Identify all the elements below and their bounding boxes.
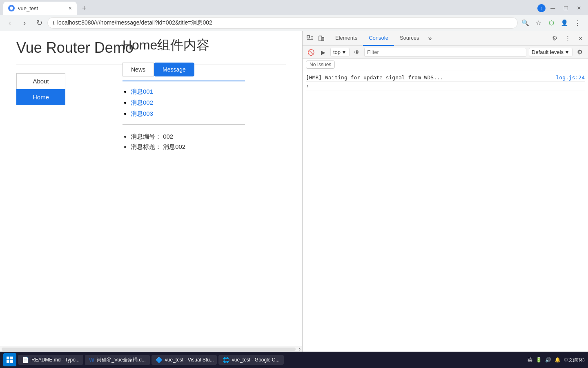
message-link-001[interactable]: 消息001 xyxy=(131,88,153,95)
default-levels-select[interactable]: Default levels ▼ xyxy=(529,48,572,56)
browser-tab[interactable]: vue_test × xyxy=(3,2,77,15)
main-layout: Vue Router Demo About Home Home组件内容 News… xyxy=(0,31,588,368)
taskbar-item-vs[interactable]: 🔷 vue_test - Visual Stu... xyxy=(151,355,217,365)
tab-favicon xyxy=(8,5,15,11)
message-detail: 消息编号： 002 消息标题： 消息002 xyxy=(122,133,245,151)
console-message-text: [HMR] Waiting for update signal from WDS… xyxy=(306,74,553,81)
taskbar-item-chrome-label: vue_test - Google C... xyxy=(232,357,280,363)
scrollbar-area: › xyxy=(0,346,302,352)
start-button[interactable] xyxy=(3,353,16,366)
eye-icon[interactable]: 👁 xyxy=(352,47,362,57)
profile-icon[interactable]: 👤 xyxy=(559,17,570,29)
horizontal-scrollbar[interactable] xyxy=(2,348,296,351)
detail-id-label: 消息编号： xyxy=(131,133,161,140)
search-icon[interactable]: 🔍 xyxy=(519,17,531,29)
taskbar-volume-icon: 🔊 xyxy=(545,357,551,363)
svg-rect-4 xyxy=(319,36,322,41)
minimize-button[interactable]: ─ xyxy=(547,2,559,14)
address-bar-actions: 🔍 ☆ ⬡ 👤 ⋮ xyxy=(519,17,585,29)
detail-title-label: 消息标题： xyxy=(131,143,161,150)
detail-id: 消息编号： 002 xyxy=(131,133,245,141)
detail-title-value: 消息002 xyxy=(163,143,185,150)
taskbar-time: 中文(简体) xyxy=(564,357,585,363)
detail-divider xyxy=(122,124,245,125)
home-component: Home组件内容 News Message 消息001 消息002 消息003 xyxy=(122,36,245,153)
svg-rect-8 xyxy=(7,360,9,363)
console-entry: [HMR] Waiting for update signal from WDS… xyxy=(306,74,585,82)
console-filter-input[interactable] xyxy=(364,48,526,57)
new-tab-button[interactable]: + xyxy=(78,2,90,14)
taskbar-notification-icon: 🔔 xyxy=(555,357,561,363)
maximize-button[interactable]: □ xyxy=(560,2,572,14)
chrome-icon: 🌐 xyxy=(223,357,229,363)
detail-id-value: 002 xyxy=(163,133,173,140)
address-bar-row: ‹ › ↻ ℹ localhost:8080/#/home/message/de… xyxy=(0,15,588,31)
devtools-tabs: Elements Console Sources » ⚙ ⋮ × xyxy=(303,31,588,46)
console-settings-icon[interactable]: ⚙ xyxy=(575,47,585,57)
vs-icon: 🔷 xyxy=(156,357,163,363)
sub-nav: News Message xyxy=(122,63,245,76)
reload-button[interactable]: ↻ xyxy=(33,16,46,29)
top-label: top xyxy=(333,49,341,55)
top-context-select[interactable]: top ▼ xyxy=(330,48,350,56)
lock-icon: ℹ xyxy=(53,20,55,26)
detail-title: 消息标题： 消息002 xyxy=(131,143,245,151)
home-heading: Home组件内容 xyxy=(122,36,245,54)
menu-icon[interactable]: ⋮ xyxy=(572,17,583,29)
taskbar-item-word[interactable]: W 尚硅谷_Vue全家桶.d... xyxy=(85,355,150,365)
list-item: 消息002 xyxy=(131,99,245,107)
word-icon: W xyxy=(89,357,94,363)
taskbar-item-readme[interactable]: 📄 README.md - Typo... xyxy=(18,355,83,365)
taskbar-battery-icon: 🔋 xyxy=(536,357,542,363)
message-list: 消息001 消息002 消息003 xyxy=(122,88,245,118)
list-item: 消息003 xyxy=(131,110,245,118)
browser-page: Vue Router Demo About Home Home组件内容 News… xyxy=(0,31,302,368)
devtools-settings-icon[interactable]: ⚙ xyxy=(549,33,560,44)
device-toolbar-icon[interactable] xyxy=(316,33,327,44)
tab-console[interactable]: Console xyxy=(363,31,394,46)
tab-title: vue_test xyxy=(18,5,65,11)
content-area: About Home Home组件内容 News Message 消息001 xyxy=(16,73,286,153)
console-source-link[interactable]: log.js:24 xyxy=(556,74,585,81)
devtools-toolbar: 🚫 ▶ top ▼ 👁 Default levels ▼ ⚙ xyxy=(303,46,588,59)
clear-console-icon[interactable]: 🚫 xyxy=(306,47,316,57)
svg-rect-6 xyxy=(7,357,9,359)
svg-rect-9 xyxy=(10,360,13,363)
devtools-more-tabs[interactable]: » xyxy=(425,35,435,42)
no-issues-badge[interactable]: No Issues xyxy=(306,61,335,69)
close-devtools-button[interactable]: × xyxy=(575,33,586,44)
bookmark-icon[interactable]: ☆ xyxy=(532,17,544,29)
taskbar-right: 英 🔋 🔊 🔔 中文(简体) xyxy=(528,357,585,364)
taskbar-item-chrome[interactable]: 🌐 vue_test - Google C... xyxy=(218,355,284,365)
close-window-button[interactable]: × xyxy=(573,2,585,14)
svg-rect-7 xyxy=(10,357,13,359)
devtools-more-options[interactable]: ⋮ xyxy=(562,33,573,44)
back-button[interactable]: ‹ xyxy=(3,16,16,29)
close-tab-button[interactable]: × xyxy=(69,5,72,11)
taskbar-clock: 中文(简体) xyxy=(564,357,585,363)
list-item: 消息001 xyxy=(131,88,245,96)
execute-script-icon[interactable]: ▶ xyxy=(318,47,328,57)
taskbar-ime: 英 xyxy=(528,357,532,364)
tab-sources[interactable]: Sources xyxy=(394,31,425,46)
console-expand-entry: › xyxy=(306,82,585,90)
top-dropdown-icon: ▼ xyxy=(341,49,347,55)
url-text: localhost:8080/#/home/message/detail?id=… xyxy=(57,19,512,27)
readme-icon: 📄 xyxy=(22,357,29,363)
taskbar: 📄 README.md - Typo... W 尚硅谷_Vue全家桶.d... … xyxy=(0,352,588,368)
scroll-right-arrow[interactable]: › xyxy=(297,346,302,352)
news-sub-button[interactable]: News xyxy=(122,63,154,76)
extensions-icon[interactable]: ⬡ xyxy=(546,17,557,29)
update-indicator: ↑ xyxy=(537,4,546,12)
browser-chrome: vue_test × + ↑ ─ □ × ‹ › ↻ ℹ localhost:8… xyxy=(0,0,588,31)
message-link-003[interactable]: 消息003 xyxy=(131,110,153,117)
tab-elements[interactable]: Elements xyxy=(330,31,363,46)
message-sub-button[interactable]: Message xyxy=(154,63,194,76)
inspect-icon[interactable] xyxy=(304,33,316,44)
about-nav-button[interactable]: About xyxy=(16,73,65,89)
forward-button[interactable]: › xyxy=(18,16,31,29)
address-bar[interactable]: ℹ localhost:8080/#/home/message/detail?i… xyxy=(47,17,518,29)
message-link-002[interactable]: 消息002 xyxy=(131,99,153,106)
home-nav-button[interactable]: Home xyxy=(16,89,65,105)
console-expand-icon[interactable]: › xyxy=(306,83,309,89)
